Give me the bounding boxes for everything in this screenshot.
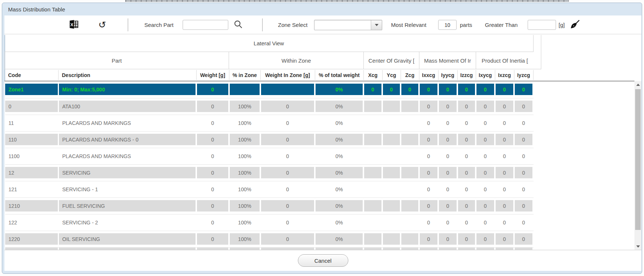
greater-than-input[interactable] [528,20,556,30]
table-cell: 0 [420,167,437,178]
column-header: Code [5,69,58,81]
table-cell: 100% [230,167,260,178]
table-row[interactable]: 1220OIL SERVICING0100%00%000000 [4,233,534,245]
column-header: Ixycg [476,69,495,81]
table-body: Zone1Min: 0; Max:5,00000%0000000000ATA10… [4,81,634,250]
zone-summary-row[interactable]: Zone1Min: 0; Max:5,00000%000000000 [4,84,534,95]
column-divider [457,70,458,80]
zone-select-arrow-button[interactable] [371,20,382,30]
most-relevant-input[interactable] [438,20,457,30]
table-cell: 0 [515,217,532,228]
unit-label-wrap: [g] [559,15,565,34]
table-cell [383,150,400,162]
table-cell: 0 [458,84,475,95]
table-cell: 0 [364,84,381,95]
parts-label-wrap: parts [460,15,472,34]
table-cell: 0 [476,117,494,129]
table-cell: 0 [261,217,314,228]
zone-select-value [314,20,371,30]
column-header: Weight In Zone [g] [261,69,314,81]
table-cell: 110 [5,134,58,145]
table-row[interactable]: 110PLACARDS AND MARKINGS - 00100%00%0000… [4,134,534,145]
vertical-scrollbar[interactable] [634,81,641,250]
table-cell: 0 [515,150,532,162]
table-cell [401,150,418,162]
dialog-footer: Cancel [4,250,641,271]
column-header: Xcg [364,69,382,81]
export-excel-button[interactable]: X [69,15,79,34]
column-header: Iyzcg [514,69,533,81]
zone-select-dropdown[interactable] [314,20,382,30]
table-cell: 0 [496,150,513,162]
table-cell [383,233,400,245]
table-row[interactable]: 122SERVICING - 20100%00%000000 [4,217,534,228]
table-cell [383,167,400,178]
table-cell [401,217,418,228]
table-cell: 0 [496,217,513,228]
broom-icon [570,19,580,31]
table-row[interactable]: 121SERVICING - 10100%00%000000 [4,184,534,195]
column-divider [419,70,419,80]
column-divider [229,70,229,80]
table-cell: 0 [420,200,437,212]
zone-select-label-wrap: Zone Select [278,15,307,34]
table-cell: 0 [197,117,228,129]
parts-label: parts [460,22,472,28]
scroll-down-button[interactable] [634,243,641,250]
table-row[interactable]: 12SERVICING0100%00%000000 [4,167,534,178]
table-cell: 0 [496,84,513,95]
table-row[interactable]: 0ATA1000100%00%000000 [4,101,534,112]
table-cell: 1220 [5,233,58,245]
search-input-wrap [183,15,228,34]
table-cell: Min: 0; Max:5,000 [59,84,196,95]
column-divider [382,70,383,80]
table-cell: PLACARDS AND MARKINGS - 0 [59,134,196,145]
table-cell: 121 [5,184,58,195]
search-part-input[interactable] [183,20,228,30]
search-part-label: Search Part [144,22,173,28]
table-cell: 0 [476,233,494,245]
table-cell: 0 [383,84,400,95]
table-cell: 0 [515,184,532,195]
refresh-button[interactable]: ↺ [98,15,106,34]
toolbar: X ↺ Search Part Zone Select Most Rele [4,15,641,34]
table-cell: 0 [261,101,314,112]
greater-than-label: Greater Than [485,22,518,28]
table-cell: 1100 [5,150,58,162]
table-cell: 0 [515,233,532,245]
table-cell: 0 [515,84,532,95]
table-row[interactable]: 11PLACARDS AND MARKINGS0100%00%000000 [4,117,534,129]
row-separator [5,198,534,198]
table-cell: 0% [316,200,363,212]
table-cell: 11 [5,117,58,129]
column-divider [401,70,401,80]
table-cell: 0% [316,117,363,129]
greater-than-label-wrap: Greater Than [485,15,518,34]
table-cell: PLACARDS AND MARKINGS [59,117,196,129]
table-cell [364,217,381,228]
column-divider [533,70,534,80]
table-cell: 0 [476,200,494,212]
clear-filters-button[interactable] [570,15,580,34]
scrollbar-thumb[interactable] [635,89,641,230]
table-cell [383,200,400,212]
table-cell: 0 [496,200,513,212]
table-cell: 0 [496,184,513,195]
cancel-button[interactable]: Cancel [298,254,348,267]
row-separator [5,98,534,98]
table-cell: 0 [197,200,228,212]
column-divider [58,70,59,80]
scroll-up-button[interactable] [634,81,641,88]
column-divider [363,70,364,80]
group-header: Within Zone [229,52,363,69]
zone-select-wrap [314,15,382,34]
group-header: Part [4,52,229,69]
most-relevant-label-wrap: Most Relevant [391,15,426,34]
table-cell: 0 [439,217,457,228]
search-button[interactable] [233,15,243,34]
column-divider [196,70,197,80]
table-row[interactable]: 1210FUEL SERVICING0100%00%000000 [4,200,534,212]
table-cell [401,233,418,245]
table-cell: 0 [261,200,314,212]
table-row[interactable]: 1100PLACARDS AND MARKINGS0100%00%000000 [4,150,534,162]
